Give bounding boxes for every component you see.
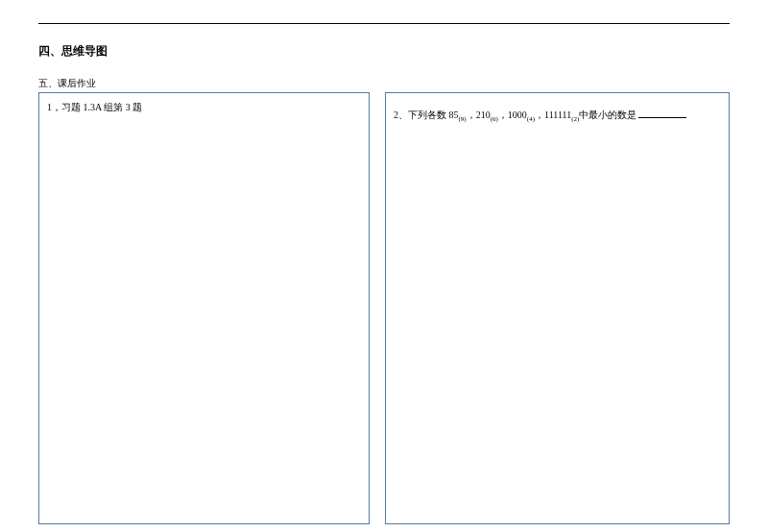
q2-sep1: ，210 bbox=[467, 109, 491, 120]
q2-sep2: ，1000 bbox=[498, 109, 527, 120]
top-horizontal-rule bbox=[38, 23, 730, 24]
q2-subscript-3: (4) bbox=[527, 115, 535, 123]
q2-subscript-1: (9) bbox=[459, 115, 467, 123]
question-box-1: 1，习题 1.3A 组第 3 题 bbox=[38, 92, 370, 524]
homework-boxes-container: 1，习题 1.3A 组第 3 题 2、下列各数 85(9)，210(6)，100… bbox=[38, 92, 730, 524]
q2-suffix: 中最小的数是 bbox=[579, 109, 636, 120]
section-4-heading: 四、思维导图 bbox=[38, 43, 730, 60]
q2-subscript-2: (6) bbox=[491, 115, 498, 123]
worksheet-page: 四、思维导图 五、课后作业 1，习题 1.3A 组第 3 题 2、下列各数 85… bbox=[0, 0, 768, 524]
q2-sep3: ，111111 bbox=[535, 109, 571, 120]
question-box-2: 2、下列各数 85(9)，210(6)，1000(4)，111111(2)中最小… bbox=[385, 92, 730, 524]
answer-blank bbox=[638, 109, 686, 118]
q2-prefix: 2、下列各数 85 bbox=[394, 109, 459, 120]
question-1-text: 1，习题 1.3A 组第 3 题 bbox=[47, 99, 361, 116]
section-5-heading: 五、课后作业 bbox=[38, 77, 730, 90]
question-2-text: 2、下列各数 85(9)，210(6)，1000(4)，111111(2)中最小… bbox=[394, 107, 721, 126]
